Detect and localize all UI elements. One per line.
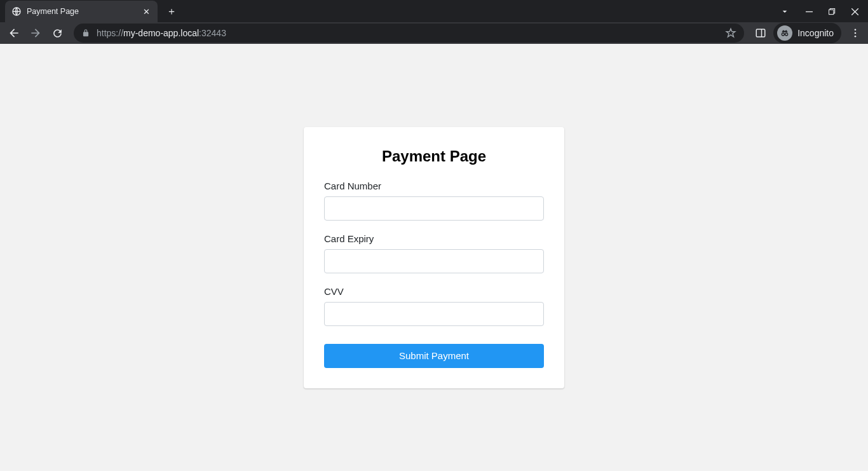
menu-icon[interactable] (848, 25, 863, 41)
cvv-group: CVV (324, 286, 544, 326)
side-panel-icon[interactable] (754, 27, 767, 39)
minimize-icon[interactable] (803, 6, 815, 17)
svg-point-9 (785, 33, 788, 36)
url-text: https:// my-demo-app.local :32443 (97, 28, 226, 38)
tab-title: Payment Page (27, 7, 141, 16)
svg-point-8 (782, 33, 785, 36)
back-button[interactable] (5, 24, 23, 42)
incognito-indicator[interactable]: Incognito (773, 23, 841, 43)
card-expiry-group: Card Expiry (324, 233, 544, 273)
svg-point-12 (855, 32, 857, 34)
bookmark-star-icon[interactable] (725, 27, 736, 39)
tab-strip: Payment Page ✕ ＋ (0, 0, 868, 22)
search-tabs-icon[interactable] (779, 6, 790, 17)
forward-button[interactable] (27, 24, 44, 42)
card-number-input[interactable] (324, 196, 544, 221)
url-scheme: https:// (97, 28, 123, 38)
cvv-label: CVV (324, 286, 544, 297)
svg-rect-6 (756, 29, 765, 37)
card-number-label: Card Number (324, 181, 544, 191)
card-number-group: Card Number (324, 181, 544, 221)
maximize-icon[interactable] (826, 6, 837, 17)
incognito-icon (777, 25, 792, 41)
page-viewport: Payment Page Card Number Card Expiry CVV… (0, 44, 868, 471)
address-bar[interactable]: https:// my-demo-app.local :32443 (74, 24, 744, 43)
card-expiry-label: Card Expiry (324, 233, 544, 244)
svg-point-13 (855, 36, 857, 38)
svg-rect-3 (829, 10, 833, 14)
browser-chrome: Payment Page ✕ ＋ (0, 0, 868, 44)
lock-icon (81, 29, 90, 38)
page-title: Payment Page (324, 147, 544, 165)
incognito-label: Incognito (797, 28, 834, 38)
svg-point-11 (855, 29, 857, 31)
url-host: my-demo-app.local (123, 28, 199, 38)
close-icon[interactable]: ✕ (141, 6, 151, 17)
card-expiry-input[interactable] (324, 249, 544, 273)
window-controls (799, 6, 864, 17)
new-tab-button[interactable]: ＋ (163, 3, 180, 20)
browser-tab[interactable]: Payment Page ✕ (5, 1, 158, 22)
payment-card: Payment Page Card Number Card Expiry CVV… (304, 127, 564, 388)
url-port: :32443 (199, 28, 226, 38)
window-close-icon[interactable] (849, 6, 860, 17)
submit-payment-button[interactable]: Submit Payment (324, 344, 544, 368)
cvv-input[interactable] (324, 302, 544, 326)
reload-button[interactable] (48, 24, 66, 42)
globe-icon (11, 6, 22, 17)
browser-toolbar: https:// my-demo-app.local :32443 (0, 22, 868, 44)
